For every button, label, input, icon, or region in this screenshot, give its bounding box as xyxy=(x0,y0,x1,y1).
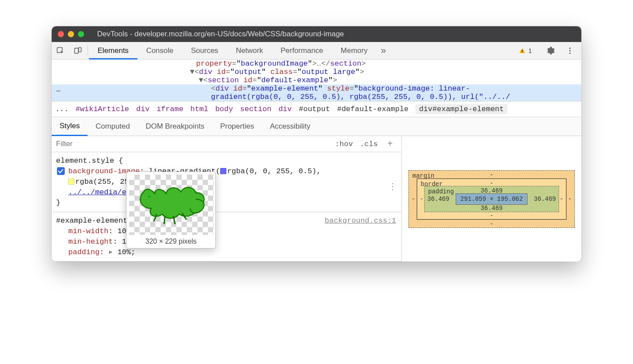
css-prop-name[interactable]: min-width xyxy=(68,227,109,235)
border-right-value[interactable]: - xyxy=(560,196,563,203)
margin-left-value[interactable]: - xyxy=(411,196,415,203)
titlebar: DevTools - developer.mozilla.org/en-US/d… xyxy=(52,26,581,42)
css-prop-name[interactable]: min-height xyxy=(68,238,113,246)
image-preview-popover: 320 × 229 pixels xyxy=(126,172,216,248)
margin-bottom-value[interactable]: - xyxy=(490,220,493,228)
margin-right-value[interactable]: - xyxy=(568,196,572,203)
dom-attr-value: output xyxy=(235,68,261,76)
image-preview xyxy=(129,175,214,235)
style-rule-element-style[interactable]: element.style { background-image: linear… xyxy=(52,152,401,212)
tab-network[interactable]: Network xyxy=(227,42,272,59)
css-prop-value[interactable]: 10% xyxy=(117,248,131,256)
crumb[interactable]: html xyxy=(190,105,208,113)
new-rule-icon[interactable]: + xyxy=(385,139,395,149)
styles-filter-input[interactable] xyxy=(52,136,153,152)
padding-right-value[interactable]: 36.469 xyxy=(534,196,556,203)
inspect-element-icon[interactable] xyxy=(52,42,69,59)
css-prop-name[interactable]: padding xyxy=(68,248,99,256)
dom-tag: div xyxy=(215,84,229,93)
dom-selected-row[interactable]: ⋯ <div id="example-element" style="backg… xyxy=(52,84,581,101)
crumb-ellipsis[interactable]: ... xyxy=(55,105,69,113)
box-model-border[interactable]: border - - - - padding 36.469 36.469 36.… xyxy=(417,178,566,220)
svg-rect-2 xyxy=(79,47,81,52)
dom-tree[interactable]: property="backgroundImage">…</section> ▼… xyxy=(52,60,581,101)
tabs-overflow-icon[interactable]: » xyxy=(376,42,390,59)
breadcrumbs[interactable]: ... #wikiArticle div iframe html body se… xyxy=(52,101,581,117)
border-bottom-value[interactable]: - xyxy=(490,212,493,219)
rule-selector: element.style { xyxy=(56,156,396,166)
tab-console[interactable]: Console xyxy=(137,42,182,59)
crumb[interactable]: div xyxy=(278,105,292,113)
border-left-value[interactable]: - xyxy=(420,196,423,203)
warnings-badge[interactable]: 1 xyxy=(514,47,536,54)
css-color-value[interactable]: rgba(0, 0, 255, 0.5) xyxy=(227,167,316,175)
tab-memory[interactable]: Memory xyxy=(332,42,376,59)
color-swatch-icon[interactable] xyxy=(68,178,74,185)
minimize-window-button[interactable] xyxy=(68,31,74,37)
svg-point-6 xyxy=(569,50,570,51)
margin-top-value[interactable]: - xyxy=(490,172,493,178)
tab-elements[interactable]: Elements xyxy=(89,42,137,59)
svg-point-7 xyxy=(569,52,570,54)
hov-toggle[interactable]: :hov xyxy=(335,140,353,148)
dom-attr-value: output large xyxy=(302,68,355,76)
shorthand-expand-icon[interactable]: ▶ xyxy=(109,248,113,256)
subtab-accessibility[interactable]: Accessibility xyxy=(262,118,318,135)
dom-tag: section xyxy=(207,76,239,84)
image-dimensions: 320 × 229 pixels xyxy=(129,235,213,245)
tab-sources[interactable]: Sources xyxy=(182,42,227,59)
close-window-button[interactable] xyxy=(58,31,64,37)
main-toolbar: Elements Console Sources Network Perform… xyxy=(52,42,581,60)
crumb[interactable]: div xyxy=(136,105,150,113)
cls-toggle[interactable]: .cls xyxy=(360,140,378,148)
dom-row-ellipsis-icon[interactable]: ⋯ xyxy=(52,84,65,95)
padding-top-value[interactable]: 36.469 xyxy=(481,187,503,194)
dom-attr-value: example-element xyxy=(251,84,318,93)
svg-rect-3 xyxy=(522,50,522,52)
styles-subtabs: Styles Computed DOM Breakpoints Properti… xyxy=(52,117,581,136)
style-rule-example-element[interactable]: #example-element { background.css:1 min-… xyxy=(52,212,401,262)
box-model-content[interactable]: 291.859 × 195.062 xyxy=(456,193,528,205)
rule-source-link[interactable]: background.css:1 xyxy=(325,216,396,226)
svg-rect-4 xyxy=(522,52,522,52)
dom-attr-value: gradient(rgba(0, 0, 255, 0.5), rgba(255,… xyxy=(211,93,510,101)
padding-left-value[interactable]: 36.469 xyxy=(427,196,449,203)
rule-close-brace: } xyxy=(56,198,396,208)
tab-performance[interactable]: Performance xyxy=(272,42,332,59)
crumb[interactable]: iframe xyxy=(157,105,183,113)
color-swatch-icon[interactable] xyxy=(220,168,226,174)
subtab-properties[interactable]: Properties xyxy=(212,118,262,135)
styles-filter-row: :hov .cls + xyxy=(52,136,401,152)
settings-gear-icon[interactable] xyxy=(542,46,559,55)
more-menu-icon[interactable] xyxy=(561,46,579,55)
crumb[interactable]: #output xyxy=(299,105,330,113)
subtab-dom-breakpoints[interactable]: DOM Breakpoints xyxy=(138,118,212,135)
crumb[interactable]: #wikiArticle xyxy=(76,105,129,113)
crumb[interactable]: body xyxy=(215,105,233,113)
warnings-count: 1 xyxy=(528,47,532,54)
toolbar-divider xyxy=(88,45,88,56)
crumb[interactable]: section xyxy=(240,105,271,113)
box-model-margin[interactable]: margin - - - - border - - - - padding 36… xyxy=(408,170,575,228)
rule-selector: #example-element { xyxy=(56,216,137,226)
subtab-styles[interactable]: Styles xyxy=(52,117,88,136)
dom-attr-value: default-example xyxy=(261,76,328,84)
svg-point-8 xyxy=(148,196,150,198)
styles-pane: :hov .cls + element.style { background-i… xyxy=(52,136,402,262)
dom-attr-name: property xyxy=(196,60,232,68)
property-enable-checkbox[interactable] xyxy=(57,167,65,175)
lizard-icon xyxy=(134,178,209,231)
window-controls xyxy=(58,31,84,37)
crumb-selected[interactable]: div#example-element xyxy=(415,104,507,114)
padding-bottom-value[interactable]: 36.469 xyxy=(481,205,503,212)
dom-attr-value: backgroundImage xyxy=(241,60,308,68)
device-toolbar-icon[interactable] xyxy=(69,42,87,59)
padding-label: padding xyxy=(428,188,454,195)
subtab-computed[interactable]: Computed xyxy=(88,118,137,135)
crumb[interactable]: #default-example xyxy=(337,105,408,113)
maximize-window-button[interactable] xyxy=(78,31,84,37)
box-model-padding[interactable]: padding 36.469 36.469 36.469 36.469 291.… xyxy=(424,186,559,212)
dom-close-tag: section xyxy=(330,60,361,68)
rule-more-icon[interactable]: ⋮ xyxy=(388,182,397,192)
dom-attr-value: background-image: linear- xyxy=(359,84,470,93)
